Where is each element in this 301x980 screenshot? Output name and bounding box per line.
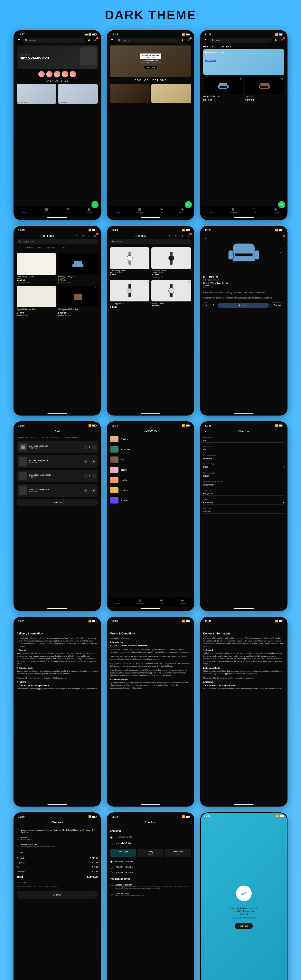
nav-cart[interactable]: 🛍Cart bbox=[66, 207, 70, 214]
filter-pill[interactable]: Book case bbox=[44, 246, 57, 249]
country-field[interactable]: Country / RegionIndia▾ bbox=[203, 463, 285, 469]
notif-icon[interactable]: 🔔 bbox=[180, 38, 185, 43]
search-input[interactable]: 🔍Search bbox=[209, 38, 272, 43]
search-input[interactable]: 🔍Search bbox=[116, 38, 179, 43]
shipping-option[interactable]: Free shipping $ 0.00 bbox=[110, 834, 191, 841]
qty-minus[interactable]: − bbox=[84, 445, 87, 449]
back-icon[interactable]: ‹ bbox=[17, 429, 21, 434]
menu-icon[interactable]: ☰ bbox=[110, 38, 114, 43]
nav-category[interactable]: ▦Category bbox=[136, 207, 143, 214]
product-card[interactable]: ♡ Glass Display Cabinet★★★★★ $ 399.99 $ … bbox=[17, 253, 56, 284]
filter-pill[interactable]: Arm chair bbox=[24, 246, 35, 249]
first-name-field[interactable]: First nameabc bbox=[203, 436, 285, 442]
shop-now-button[interactable]: SHOP NOW bbox=[205, 60, 216, 62]
heart-icon[interactable]: ♡ bbox=[53, 255, 55, 257]
hero-banner[interactable]: EXCLUSIVE NEW COLLECTION SUPER COLLECTIO… bbox=[17, 46, 98, 69]
date-option[interactable]: Friday,10 Nov bbox=[138, 849, 163, 857]
filter-pill[interactable]: Chairs bbox=[58, 246, 67, 249]
heart-icon[interactable]: ♡ bbox=[188, 248, 190, 251]
nav-categories[interactable]: ▦Categories bbox=[136, 598, 144, 605]
back-icon[interactable]: ‹ bbox=[110, 820, 114, 825]
product-card[interactable]: FASHION SALE bbox=[17, 84, 56, 104]
heart-icon[interactable]: ♡ bbox=[188, 281, 190, 283]
cart-icon[interactable]: 🛒4 bbox=[187, 38, 191, 43]
story-item[interactable] bbox=[62, 71, 68, 77]
product-card[interactable] bbox=[151, 84, 191, 103]
product-card[interactable]: ♡ Endurance Watch★★★★★ 3 Reviews $ 49.00 bbox=[110, 280, 149, 308]
time-option[interactable]: 02:30 AM - 10:45 AM bbox=[110, 859, 191, 864]
continue-button[interactable]: Continue bbox=[17, 499, 98, 506]
cart-icon[interactable]: 🛒4 bbox=[279, 250, 284, 255]
qty-plus[interactable]: + bbox=[92, 488, 96, 493]
cart-icon[interactable]: 🛒4 bbox=[93, 38, 98, 43]
nav-account[interactable]: ◉Account bbox=[272, 207, 279, 214]
back-icon[interactable]: ‹ bbox=[203, 624, 208, 629]
story-item[interactable] bbox=[54, 71, 60, 77]
notif-icon[interactable]: 🔔 bbox=[273, 38, 278, 43]
product-card[interactable]: ♡ Expandable Dining Table★★★★★ $ 43.00 $… bbox=[17, 286, 56, 317]
story-item[interactable] bbox=[38, 71, 44, 77]
category-item[interactable]: Phones bbox=[110, 496, 191, 505]
heart-icon[interactable]: ♡ bbox=[146, 248, 148, 251]
product-card[interactable]: FASHION SALE bbox=[58, 84, 98, 104]
nav-home[interactable]: ⌂Home bbox=[22, 207, 27, 214]
product-card[interactable]: ♡ Aim Analog Watch★★★★★ 2 Reviews $ 23.0… bbox=[151, 247, 191, 278]
payment-option[interactable]: Check paymentsPlease send a check to Sto… bbox=[110, 891, 191, 898]
qty-minus[interactable]: − bbox=[84, 474, 87, 478]
shipping-option[interactable]: Local pickup $ 0.00 bbox=[110, 841, 191, 847]
designer-hero[interactable]: DESIGNER CLOTH SHOP NOW bbox=[203, 49, 285, 75]
notif-icon[interactable]: 🔔 bbox=[87, 38, 92, 43]
search-input[interactable]: 🔍Search bbox=[23, 38, 86, 43]
product-card[interactable]: ♡ Leather Lounge★★★★★$ 359.99 bbox=[245, 77, 284, 102]
category-item[interactable]: Furnitures bbox=[110, 445, 191, 454]
category-item[interactable]: Gear bbox=[110, 455, 191, 464]
whatsapp-icon[interactable]: ✆ bbox=[278, 201, 285, 208]
qty-minus[interactable]: − bbox=[84, 488, 87, 493]
whatsapp-icon[interactable]: ✆ bbox=[92, 201, 98, 208]
nav-account[interactable]: ◉Account bbox=[179, 598, 185, 605]
payment-option[interactable]: Direct bank transferMake your payment di… bbox=[110, 882, 191, 891]
heart-icon[interactable]: ♡ bbox=[281, 78, 283, 81]
nav-cart[interactable]: 🛍Cart bbox=[253, 207, 257, 214]
back-icon[interactable]: ‹ bbox=[17, 820, 21, 825]
category-item[interactable]: Beauty bbox=[110, 466, 191, 474]
category-item[interactable]: Jewelry bbox=[110, 486, 191, 495]
filter-icon[interactable]: ⚙ bbox=[81, 234, 85, 238]
order-notes-field[interactable]: Notes about your order, e.g. special not… bbox=[17, 885, 98, 889]
fashion-hero[interactable]: FASHION HOUSE ON ALL ITEMS STARTING AT R… bbox=[110, 46, 191, 77]
product-card[interactable]: ♡ Bar Height Dining Set★★★★★ $ 319.99 $ … bbox=[58, 253, 98, 284]
story-item[interactable] bbox=[46, 71, 52, 77]
search-input[interactable]: 🔍Search in All bbox=[17, 239, 98, 244]
nav-category[interactable]: ▦Category bbox=[230, 207, 237, 214]
nav-cart[interactable]: 🛍4Cart bbox=[160, 598, 164, 605]
story-item[interactable] bbox=[70, 71, 76, 77]
heart-icon[interactable]: ♡ bbox=[95, 287, 97, 290]
back-icon[interactable]: ‹ bbox=[203, 429, 208, 434]
back-icon[interactable]: ‹ bbox=[110, 234, 114, 238]
heart-icon[interactable]: ♡ bbox=[95, 255, 97, 257]
whatsapp-icon[interactable]: ✆ bbox=[185, 201, 192, 208]
cart-icon[interactable]: 🛒4 bbox=[187, 234, 191, 238]
buy-now-button[interactable]: Buy now bbox=[270, 302, 284, 308]
grid-view-icon[interactable]: ⊞ bbox=[203, 302, 209, 308]
filter-icon[interactable]: ⚙ bbox=[174, 234, 179, 238]
heart-icon[interactable]: ♡ bbox=[53, 287, 55, 290]
nav-cart[interactable]: 🛍Cart bbox=[159, 207, 163, 214]
cart-icon[interactable]: 🛒4 bbox=[280, 38, 284, 43]
pincode-field[interactable]: PIN Code530068 bbox=[203, 508, 285, 514]
nav-category[interactable]: ▦Category bbox=[43, 207, 50, 214]
continue-button[interactable]: Continue bbox=[17, 891, 98, 899]
street-field[interactable]: Street addressStreet bbox=[203, 472, 285, 478]
menu-icon[interactable]: ☰ bbox=[17, 38, 21, 43]
filter-pill[interactable]: Bed bbox=[36, 246, 43, 249]
nav-home[interactable]: ⌂Home bbox=[116, 207, 120, 214]
back-icon[interactable]: ‹ bbox=[203, 236, 208, 240]
state-field[interactable]: StateKarnataka▾ bbox=[203, 498, 285, 505]
sort-icon[interactable]: ⇅ bbox=[168, 234, 172, 238]
payment-option[interactable]: Debit/Credit CardsMake payment using you… bbox=[17, 842, 98, 849]
apartment-field[interactable]: Apartment, suite, unit, etc.appartment bbox=[203, 481, 285, 487]
nav-home[interactable]: ⌂Home bbox=[209, 207, 214, 214]
payment-option[interactable]: PayPalPay via PayPal. bbox=[17, 835, 98, 842]
back-icon[interactable]: ‹ bbox=[17, 234, 21, 238]
nav-account[interactable]: ◉Account bbox=[179, 207, 185, 214]
